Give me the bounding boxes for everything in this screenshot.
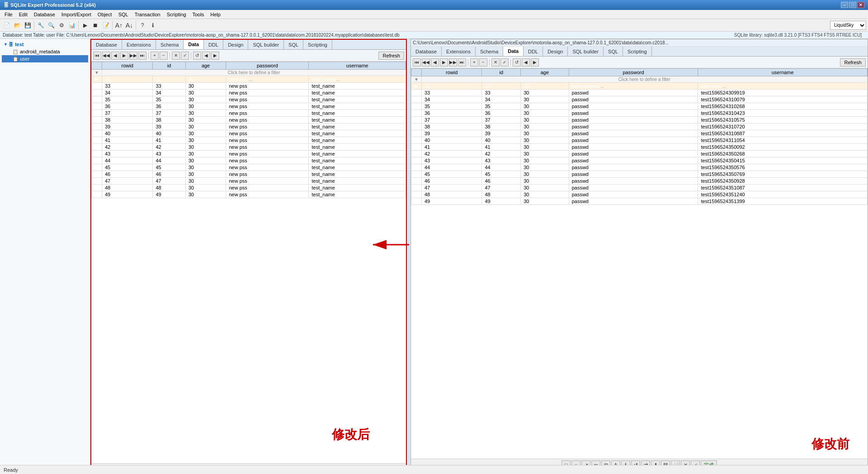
right-table-row[interactable]: 43 43 30 passwd test1596524350415	[411, 157, 868, 164]
cell-id[interactable]: 33	[153, 83, 185, 90]
cell-rowid-r[interactable]: 35	[421, 103, 481, 110]
cell-username-r[interactable]: test1596524350268	[698, 151, 868, 157]
cell-age-r[interactable]: 30	[521, 185, 569, 191]
cell-username[interactable]: test_name	[309, 157, 406, 164]
cell-password-r[interactable]: passwd	[569, 90, 698, 96]
cell-id-r[interactable]: 44	[482, 164, 521, 171]
cell-age-r[interactable]: 30	[521, 157, 569, 164]
nav-prev-prev-left[interactable]: ◀◀	[102, 52, 110, 60]
cell-age[interactable]: 30	[185, 137, 226, 144]
prev-icon-left[interactable]: ◀	[202, 52, 210, 60]
cell-password[interactable]: new pss	[226, 130, 309, 137]
nav-prev-prev-right[interactable]: ◀◀	[422, 58, 430, 66]
cell-age-r[interactable]: 30	[521, 96, 569, 103]
toolbar-btn-7[interactable]: 📝	[101, 20, 111, 30]
left-table-row[interactable]: 33 33 30 new pss test_name	[92, 83, 406, 90]
cell-age-r[interactable]: 30	[521, 117, 569, 123]
cell-rowid[interactable]: 40	[102, 130, 152, 137]
cell-age[interactable]: 30	[185, 130, 226, 137]
cell-username[interactable]: test_name	[309, 103, 406, 110]
toolbar-btn-5[interactable]: ▶	[80, 20, 90, 30]
left-table-row[interactable]: 36 36 30 new pss test_name	[92, 103, 406, 110]
cell-username-r[interactable]: test1596524310575	[698, 117, 868, 123]
menu-import-export[interactable]: Import/Export	[59, 11, 94, 18]
right-table-row[interactable]: 47 47 30 passwd test1596524351087	[411, 185, 868, 191]
cell-id-r[interactable]: 35	[482, 103, 521, 110]
cell-age-r[interactable]: 30	[521, 198, 569, 205]
cell-id-r[interactable]: 47	[482, 185, 521, 191]
toolbar-btn-1[interactable]: 🔧	[36, 20, 46, 30]
cell-age[interactable]: 30	[185, 76, 226, 83]
left-table-row[interactable]: 48 48 30 new pss test_name	[92, 185, 406, 191]
cell-username[interactable]: test_name ...	[309, 76, 406, 83]
cell-rowid[interactable]: 46	[102, 171, 152, 178]
tab-extensions-right[interactable]: Extensions	[442, 47, 476, 56]
cell-rowid[interactable]: 35	[102, 96, 152, 103]
right-table-row[interactable]: 37 37 30 passwd test1596524310575	[411, 117, 868, 123]
left-table-row[interactable]: 40 40 30 new pss test_name	[92, 130, 406, 137]
cell-rowid-r[interactable]: 39	[421, 130, 481, 137]
maximize-button[interactable]: □	[849, 2, 856, 8]
cell-age[interactable]: 30	[185, 171, 226, 178]
cell-password-r[interactable]: passwd	[569, 198, 698, 205]
cell-age-r[interactable]: 30	[521, 171, 569, 178]
confirm-right[interactable]: ✓	[500, 58, 509, 66]
cancel-left[interactable]: ✕	[172, 52, 180, 60]
cell-password[interactable]: new pss	[226, 164, 309, 171]
next-icon-right[interactable]: ▶	[531, 58, 539, 66]
left-table-row[interactable]: 49 49 30 new pss test_name	[92, 191, 406, 198]
cell-password[interactable]: new pss	[226, 103, 309, 110]
cell-password-r[interactable]: passwd	[569, 110, 698, 117]
nav-first-left[interactable]: ⏮	[93, 52, 101, 60]
left-table-row[interactable]: 44 44 30 new pss test_name	[92, 157, 406, 164]
cell-id-r[interactable]: 45	[482, 171, 521, 178]
cell-rowid-r[interactable]: 45	[421, 171, 481, 178]
delete-row-left[interactable]: −	[160, 52, 168, 60]
cell-id-r[interactable]: 37	[482, 117, 521, 123]
cell-username-r[interactable]: test1596524350769	[698, 171, 868, 178]
cell-id[interactable]: 38	[153, 117, 185, 123]
cell-username-r[interactable]: test1596524350576	[698, 164, 868, 171]
col-header-id-right[interactable]: id	[482, 69, 521, 76]
tab-ddl-right[interactable]: DDL	[524, 47, 543, 56]
cell-rowid[interactable]: 34	[102, 90, 152, 96]
toolbar-new[interactable]: 📄	[2, 20, 12, 30]
toolbar-btn-6[interactable]: ⏹	[90, 20, 100, 30]
cell-username-r[interactable]: test1596524310423	[698, 110, 868, 117]
col-header-password[interactable]: password	[226, 62, 309, 70]
cell-password[interactable]: new pss	[226, 144, 309, 151]
cell-rowid-r[interactable]: 40	[421, 137, 481, 144]
sidebar-item-user[interactable]: 📋 user	[2, 55, 88, 62]
theme-selector[interactable]: LiquidSky	[830, 21, 866, 30]
sidebar-item-android-metadata[interactable]: 📋 android_metadata	[2, 48, 88, 55]
cell-rowid-r[interactable]: 37	[421, 117, 481, 123]
cell-id[interactable]: 48	[153, 185, 185, 191]
cell-id-r[interactable]: 34	[482, 96, 521, 103]
cell-rowid[interactable]: 47	[102, 178, 152, 185]
cell-username-r[interactable]: test1596524351240	[698, 191, 868, 198]
cell-age[interactable]: 30	[185, 191, 226, 198]
cell-id-r[interactable]: 33	[482, 90, 521, 96]
cell-age[interactable]: 30	[185, 178, 226, 185]
cell-rowid-r[interactable]: 46	[421, 178, 481, 185]
cell-age[interactable]: 30	[185, 185, 226, 191]
cell-age-r[interactable]: 30	[521, 103, 569, 110]
menu-scripting[interactable]: Scripting	[164, 11, 189, 18]
cell-password-r[interactable]: passwd	[569, 157, 698, 164]
cell-age[interactable]: 30	[185, 96, 226, 103]
cell-username[interactable]: test_name	[309, 164, 406, 171]
cell-password-r[interactable]: passwd	[569, 96, 698, 103]
cell-password[interactable]: new pss	[226, 117, 309, 123]
tab-schema-right[interactable]: Schema	[476, 47, 503, 56]
confirm-left[interactable]: ✓	[181, 52, 189, 60]
cell-id-r[interactable]: 39	[482, 130, 521, 137]
cell-rowid-r[interactable]: 41	[421, 144, 481, 151]
col-header-id[interactable]: id	[153, 62, 185, 70]
cell-rowid-r[interactable]: 42	[421, 151, 481, 157]
cell-id-r[interactable]: 46	[482, 178, 521, 185]
nav-next-left[interactable]: ▶	[120, 52, 128, 60]
cell-rowid[interactable]: 37	[102, 110, 152, 117]
right-table-row[interactable]: 38 38 30 passwd test1596524310720	[411, 123, 868, 130]
cell-id[interactable]: 49	[153, 191, 185, 198]
cell-age[interactable]: 30	[185, 123, 226, 130]
